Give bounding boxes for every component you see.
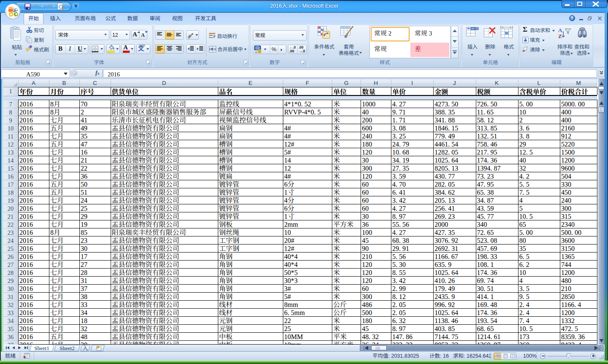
svg-text:a: a	[211, 47, 213, 51]
svg-text:≤: ≤	[323, 33, 325, 36]
svg-text:A: A	[558, 27, 562, 33]
svg-text:Z: Z	[558, 33, 562, 39]
